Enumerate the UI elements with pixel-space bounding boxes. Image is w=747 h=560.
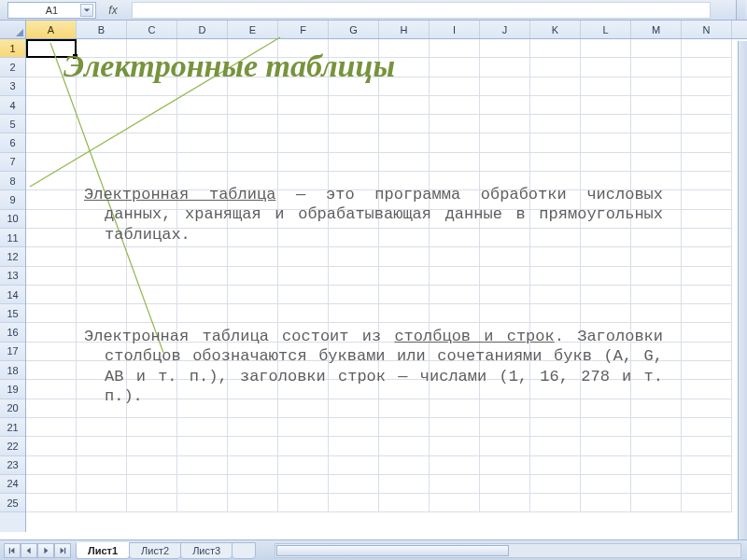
cell[interactable] — [278, 494, 329, 512]
column-header-D[interactable]: D — [177, 21, 228, 38]
cell[interactable] — [682, 77, 732, 96]
cell[interactable] — [77, 247, 127, 266]
cell[interactable] — [278, 115, 329, 133]
cell[interactable] — [278, 267, 329, 286]
cell[interactable] — [228, 133, 278, 152]
cell[interactable] — [228, 96, 278, 115]
horizontal-scrollbar[interactable] — [275, 543, 741, 558]
cell[interactable] — [430, 494, 480, 512]
vertical-scrollbar[interactable] — [738, 41, 747, 553]
cell[interactable] — [278, 133, 329, 152]
cell[interactable] — [682, 361, 732, 380]
cell[interactable] — [480, 456, 530, 475]
cell[interactable] — [682, 133, 732, 152]
cell[interactable] — [127, 437, 177, 455]
cell[interactable] — [631, 286, 682, 304]
formula-bar-expand-handle[interactable] — [736, 0, 745, 20]
sheet-nav-first[interactable] — [4, 543, 21, 558]
cell[interactable] — [379, 304, 430, 323]
cell[interactable] — [26, 153, 77, 172]
column-header-C[interactable]: C — [127, 21, 177, 38]
row-header-12[interactable]: 12 — [0, 247, 25, 266]
sheet-nav-next[interactable] — [37, 543, 54, 558]
sheet-tab[interactable]: Лист3 — [180, 542, 233, 559]
cell[interactable] — [430, 153, 480, 172]
column-header-A[interactable]: A — [26, 21, 77, 38]
cell[interactable] — [26, 190, 77, 209]
cell[interactable] — [480, 418, 530, 437]
cell[interactable] — [530, 39, 581, 58]
cell[interactable] — [682, 115, 732, 133]
row-header-1[interactable]: 1 — [0, 39, 25, 58]
cell[interactable] — [682, 172, 732, 190]
cell[interactable] — [631, 304, 682, 323]
column-header-F[interactable]: F — [278, 21, 329, 38]
cell[interactable] — [631, 437, 682, 455]
cell[interactable] — [26, 494, 77, 512]
cell[interactable] — [480, 115, 530, 133]
cell[interactable] — [228, 475, 278, 494]
cell[interactable] — [379, 115, 430, 133]
row-header-14[interactable]: 14 — [0, 286, 25, 304]
cell[interactable] — [177, 115, 228, 133]
column-header-H[interactable]: H — [379, 21, 430, 38]
cell[interactable] — [177, 286, 228, 304]
cell[interactable] — [26, 286, 77, 304]
cell[interactable] — [329, 286, 379, 304]
row-header-9[interactable]: 9 — [0, 190, 25, 209]
cell[interactable] — [530, 58, 581, 77]
row-header-8[interactable]: 8 — [0, 172, 25, 190]
cell[interactable] — [127, 304, 177, 323]
cell[interactable] — [430, 96, 480, 115]
cell[interactable] — [329, 494, 379, 512]
cell[interactable] — [631, 58, 682, 77]
cell[interactable] — [581, 115, 631, 133]
cell[interactable] — [127, 475, 177, 494]
cell[interactable] — [430, 77, 480, 96]
cell[interactable] — [379, 475, 430, 494]
row-header-17[interactable]: 17 — [0, 343, 25, 361]
column-header-I[interactable]: I — [430, 21, 480, 38]
cell[interactable] — [379, 96, 430, 115]
cell[interactable] — [127, 456, 177, 475]
cell[interactable] — [581, 96, 631, 115]
cell[interactable] — [682, 190, 732, 209]
cell[interactable] — [530, 437, 581, 455]
row-header-24[interactable]: 24 — [0, 475, 25, 494]
sheet-nav-last[interactable] — [54, 543, 71, 558]
cell[interactable] — [329, 96, 379, 115]
row-header-2[interactable]: 2 — [0, 58, 25, 77]
cell[interactable] — [26, 229, 77, 247]
cell[interactable] — [329, 418, 379, 437]
cell[interactable] — [26, 475, 77, 494]
cell[interactable] — [177, 475, 228, 494]
cell[interactable] — [127, 96, 177, 115]
row-header-25[interactable]: 25 — [0, 494, 25, 512]
cell[interactable] — [581, 304, 631, 323]
cell[interactable] — [480, 153, 530, 172]
row-header-4[interactable]: 4 — [0, 96, 25, 115]
cell[interactable] — [682, 304, 732, 323]
cell[interactable] — [278, 304, 329, 323]
cell[interactable] — [278, 247, 329, 266]
cell[interactable] — [278, 96, 329, 115]
cell[interactable] — [631, 153, 682, 172]
cell[interactable] — [77, 96, 127, 115]
cell[interactable] — [581, 133, 631, 152]
row-header-18[interactable]: 18 — [0, 361, 25, 380]
row-header-15[interactable]: 15 — [0, 304, 25, 323]
cell[interactable] — [26, 361, 77, 380]
cell[interactable] — [278, 475, 329, 494]
cell[interactable] — [430, 247, 480, 266]
row-header-5[interactable]: 5 — [0, 115, 25, 133]
cell[interactable] — [177, 153, 228, 172]
cell[interactable] — [329, 133, 379, 152]
cell[interactable] — [430, 304, 480, 323]
column-header-L[interactable]: L — [581, 21, 631, 38]
cell[interactable] — [581, 77, 631, 96]
cell[interactable] — [329, 153, 379, 172]
sheet-nav-prev[interactable] — [21, 543, 37, 558]
cell[interactable] — [26, 437, 77, 455]
cell[interactable] — [581, 39, 631, 58]
cell[interactable] — [631, 77, 682, 96]
